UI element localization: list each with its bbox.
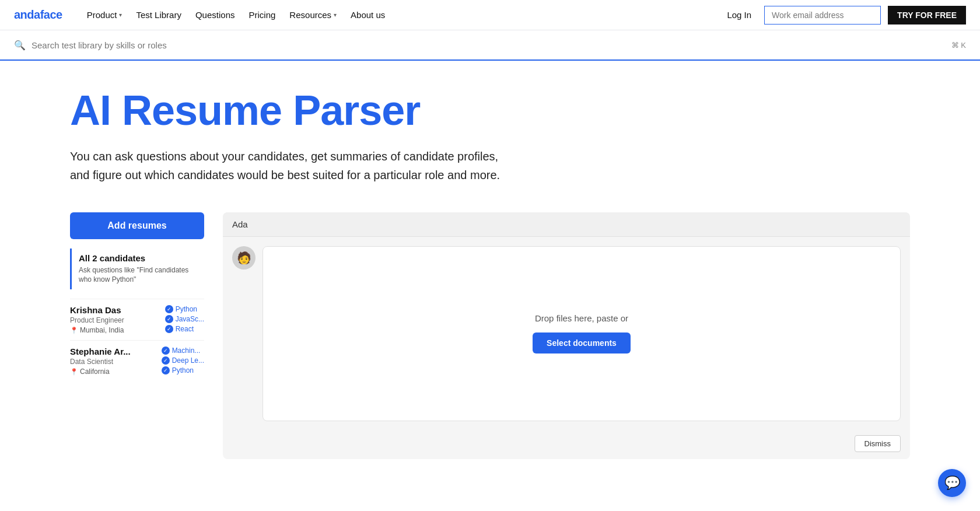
nav-item-questions[interactable]: Questions [190,6,241,23]
tag-machine-learning: ✓ Machin... [162,346,204,355]
try-free-button[interactable]: TRY FOR FREE [888,6,966,24]
logo-prefix: an [14,8,27,21]
all-candidates-desc: Ask questions like "Find candidates who … [79,265,197,285]
chat-body: 🧑 Drop files here, paste or Select docum… [223,237,910,430]
nav-item-pricing[interactable]: Pricing [243,6,282,23]
nav-item-resources[interactable]: Resources ▾ [284,6,342,23]
nav-links: Product ▾ Test Library Questions Pricing… [81,6,722,23]
candidate-name: Stephanie Ar... [70,346,155,356]
candidate-location: 📍 Mumbai, India [70,326,158,334]
avatar: 🧑 [232,246,256,270]
search-shortcut: ⌘ K [951,41,966,50]
select-documents-button[interactable]: Select documents [533,332,631,354]
right-panel: Ada 🧑 Drop files here, paste or Select d… [223,212,910,459]
drop-text: Drop files here, paste or [535,313,628,323]
candidate-name: Krishna Das [70,305,158,315]
location-icon: 📍 [70,327,78,334]
location-icon: 📍 [70,368,78,376]
add-resumes-button[interactable]: Add resumes [70,212,204,239]
hero-subtitle: You can ask questions about your candida… [70,147,513,184]
dismiss-button[interactable]: Dismiss [855,435,901,452]
nav-item-test-library[interactable]: Test Library [130,6,187,23]
hero-title: AI Resume Parser [70,89,910,133]
candidate-tags: ✓ Python ✓ JavaSc... ✓ React [165,305,204,334]
candidate-tags: ✓ Machin... ✓ Deep Le... ✓ Python [162,346,204,376]
nav-right: Log In TRY FOR FREE [721,6,966,24]
tag-javascript: ✓ JavaSc... [165,315,204,323]
main-content: AI Resume Parser You can ask questions a… [0,61,980,482]
chevron-down-icon: ▾ [119,12,122,18]
search-icon: 🔍 [14,40,26,51]
logo[interactable]: andaface [14,8,62,22]
tag-deep-learning: ✓ Deep Le... [162,356,204,365]
upload-zone[interactable]: Drop files here, paste or Select documen… [262,246,901,421]
search-input[interactable] [32,40,951,50]
chat-header: Ada [223,212,910,237]
candidate-role: Product Engineer [70,316,158,324]
left-panel: Add resumes All 2 candidates Ask questio… [70,212,204,382]
candidate-card[interactable]: Stephanie Ar... Data Scientist 📍 Califor… [70,340,204,382]
tag-python: ✓ Python [162,366,204,374]
candidate-role: Data Scientist [70,358,155,366]
all-candidates-title: All 2 candidates [79,253,197,263]
navbar: andaface Product ▾ Test Library Question… [0,0,980,30]
dismiss-area: Dismiss [223,430,910,459]
all-candidates-section: All 2 candidates Ask questions like "Fin… [70,249,204,290]
login-button[interactable]: Log In [721,6,757,23]
tag-react: ✓ React [165,325,204,333]
email-field[interactable] [764,6,881,24]
search-bar: 🔍 ⌘ K [0,30,980,61]
chat-icon: 💬 [944,475,960,482]
two-col-layout: Add resumes All 2 candidates Ask questio… [70,212,910,459]
nav-item-about[interactable]: About us [345,6,391,23]
chevron-down-icon: ▾ [334,12,337,18]
candidate-card[interactable]: Krishna Das Product Engineer 📍 Mumbai, I… [70,299,204,340]
logo-brand: daface [27,8,62,21]
tag-python: ✓ Python [165,305,204,313]
candidate-location: 📍 California [70,368,155,376]
nav-item-product[interactable]: Product ▾ [81,6,128,23]
